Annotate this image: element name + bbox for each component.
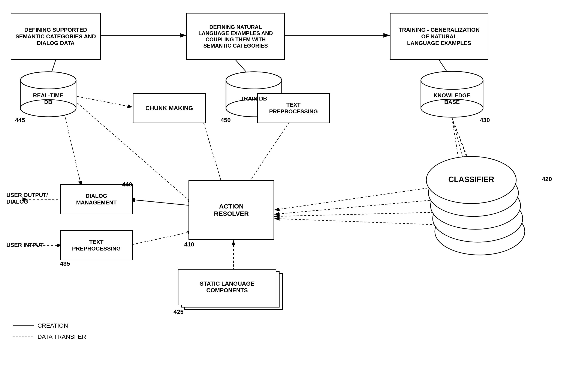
chunk-making-box: CHUNK MAKING <box>133 93 206 123</box>
define-semantic-box: DEFINING SUPPORTED SEMANTIC CATEGORIES A… <box>11 13 101 60</box>
classifier-group: CLASSIFIER <box>418 146 557 257</box>
svg-line-12 <box>64 114 81 186</box>
ref-435: 435 <box>60 260 70 267</box>
svg-point-29 <box>20 72 76 89</box>
ref-445: 445 <box>15 117 25 124</box>
ref-425: 425 <box>173 309 184 315</box>
user-output-label: USER OUTPUT/DIALOG <box>7 192 48 205</box>
ref-420: 420 <box>542 176 552 183</box>
realtime-db-cylinder: REAL-TIMEDB <box>19 71 77 118</box>
legend-creation: CREATION <box>13 322 86 329</box>
define-natural-box: DEFINING NATURALLANGUAGE EXAMPLES ANDCOU… <box>186 13 285 60</box>
dialog-management-box: DIALOGMANAGEMENT <box>60 184 133 214</box>
ref-450: 450 <box>221 117 231 124</box>
svg-line-24 <box>128 231 193 245</box>
ref-410: 410 <box>184 241 194 248</box>
svg-line-17 <box>274 186 439 210</box>
legend: CREATION DATA TRANSFER <box>13 322 86 340</box>
svg-line-10 <box>246 122 289 186</box>
ref-430: 430 <box>480 117 490 124</box>
text-preprocess-user-box: TEXTPREPROCESSING <box>60 230 133 260</box>
training-box: TRAINING - GENERALIZATIONOF NATURALLANGU… <box>390 13 488 60</box>
svg-line-18 <box>274 199 441 214</box>
action-resolver-box: ACTIONRESOLVER <box>188 180 274 240</box>
user-input-label: USER INTPUT <box>7 242 44 248</box>
svg-line-7 <box>77 96 133 107</box>
svg-line-19 <box>274 212 441 216</box>
svg-point-37 <box>421 71 483 89</box>
svg-line-21 <box>128 199 193 206</box>
knowledge-base-cylinder: KNOWLEDGEBASE <box>420 71 484 118</box>
diagram: DEFINING SUPPORTED SEMANTIC CATEGORIES A… <box>0 0 588 366</box>
legend-data-transfer: DATA TRANSFER <box>13 333 86 340</box>
ref-440: 440 <box>122 181 132 188</box>
svg-text:CLASSIFIER: CLASSIFIER <box>448 175 494 184</box>
svg-point-33 <box>226 72 282 89</box>
